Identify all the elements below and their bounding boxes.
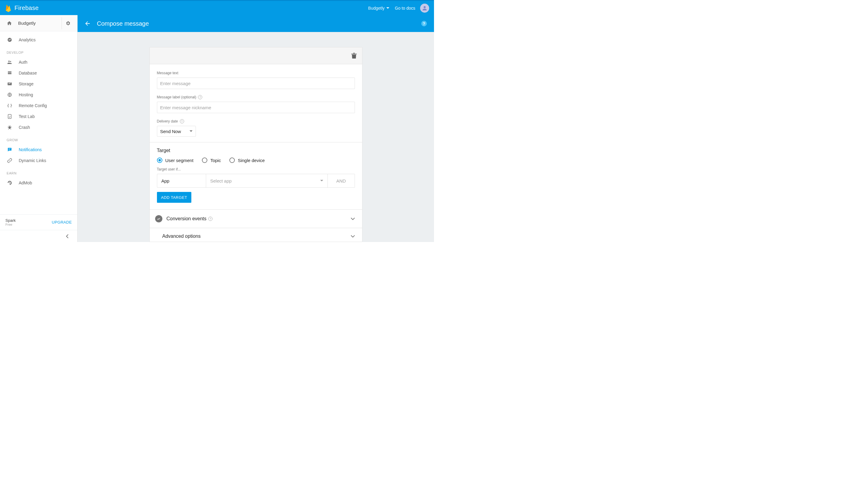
test-lab-icon — [7, 114, 13, 119]
svg-rect-6 — [8, 71, 11, 73]
project-switcher-label: Budgetly — [368, 6, 384, 10]
project-row: Budgetly — [0, 15, 77, 31]
home-icon — [7, 21, 12, 26]
compose-card: Message text Message label (optional) ? … — [149, 47, 363, 242]
radio-label: User segment — [165, 158, 193, 163]
user-avatar[interactable] — [420, 4, 429, 13]
sidebar-item-crash[interactable]: Crash — [0, 122, 77, 133]
caret-down-icon — [320, 180, 323, 182]
advanced-options-accordion[interactable]: Advanced options — [150, 228, 362, 242]
admob-icon — [7, 180, 13, 186]
chevron-left-icon — [66, 234, 69, 238]
target-condition-row: App Select app AND — [157, 174, 355, 188]
message-text-label: Message text — [157, 71, 355, 75]
brand-name: Firebase — [14, 4, 39, 11]
sidebar-item-admob[interactable]: AdMob — [0, 178, 77, 188]
sidebar-item-notifications[interactable]: Notifications — [0, 144, 77, 155]
sidebar-item-remote-config[interactable]: Remote Config — [0, 100, 77, 111]
radio-single-device[interactable]: Single device — [229, 158, 265, 163]
and-operator[interactable]: AND — [328, 174, 354, 187]
section-earn: EARN — [0, 166, 77, 178]
sidebar: Budgetly Analytics DEVELOP Auth Database — [0, 15, 78, 242]
sidebar-item-auth[interactable]: Auth — [0, 57, 77, 68]
sidebar-item-label: Hosting — [19, 92, 33, 97]
caret-down-icon — [386, 7, 389, 9]
globe-icon — [7, 92, 13, 97]
sidebar-item-label: Storage — [19, 82, 33, 86]
docs-link[interactable]: Go to docs — [395, 6, 415, 10]
link-icon — [7, 158, 13, 163]
sidebar-item-label: Analytics — [19, 37, 36, 42]
message-text-input[interactable] — [157, 77, 355, 89]
dropdown-placeholder: Select app — [210, 178, 232, 184]
accordion-label: Advanced options — [162, 233, 201, 239]
page-title: Compose message — [97, 20, 149, 27]
select-app-dropdown[interactable]: Select app — [206, 174, 328, 187]
project-name: Budgetly — [18, 21, 36, 26]
caret-down-icon — [189, 130, 192, 132]
svg-point-4 — [8, 61, 10, 62]
person-icon — [422, 5, 428, 11]
arrow-left-icon — [84, 20, 91, 27]
radio-user-segment[interactable]: User segment — [157, 158, 193, 163]
project-settings-button[interactable] — [62, 17, 74, 29]
target-field-label: App — [157, 174, 206, 187]
radio-icon — [229, 158, 235, 163]
info-icon[interactable]: ? — [198, 95, 202, 99]
svg-rect-7 — [8, 73, 11, 74]
message-label-label: Message label (optional) ? — [157, 95, 355, 99]
plan-name: Spark — [5, 218, 16, 223]
sidebar-item-label: Database — [19, 71, 37, 75]
chart-icon — [155, 215, 162, 222]
sidebar-item-database[interactable]: Database — [0, 68, 77, 78]
plan-row: Spark Free UPGRADE — [0, 214, 77, 230]
sidebar-item-dynamic-links[interactable]: Dynamic Links — [0, 155, 77, 166]
sidebar-item-label: Notifications — [19, 147, 42, 152]
info-icon[interactable]: ? — [180, 119, 184, 123]
delivery-date-dropdown[interactable]: Send Now — [157, 126, 196, 137]
collapse-sidebar-button[interactable] — [0, 230, 77, 242]
upgrade-button[interactable]: UPGRADE — [52, 220, 72, 225]
section-grow: GROW — [0, 133, 77, 144]
help-button[interactable]: ? — [421, 20, 427, 27]
message-label-input[interactable] — [157, 102, 355, 113]
sidebar-item-label: Crash — [19, 125, 30, 130]
delete-button[interactable] — [351, 53, 357, 59]
info-icon[interactable]: ? — [208, 217, 213, 221]
conversion-events-accordion[interactable]: Conversion events ? — [150, 209, 362, 228]
sidebar-item-storage[interactable]: Storage — [0, 78, 77, 89]
target-user-if-label: Target user if... — [157, 167, 355, 171]
sidebar-item-label: Auth — [19, 60, 28, 65]
svg-point-5 — [10, 61, 11, 62]
back-button[interactable] — [84, 20, 91, 27]
project-switcher[interactable]: Budgetly — [368, 6, 389, 10]
svg-text:?: ? — [423, 22, 425, 26]
radio-label: Topic — [210, 158, 221, 163]
svg-point-0 — [424, 6, 426, 8]
target-section-title: Target — [157, 148, 355, 153]
svg-rect-10 — [8, 115, 11, 119]
sub-header: Compose message ? — [78, 15, 434, 32]
firebase-logo-icon — [5, 4, 12, 13]
sidebar-item-label: AdMob — [19, 181, 32, 185]
radio-icon — [202, 158, 207, 163]
bug-icon — [7, 125, 13, 130]
chevron-down-icon — [351, 235, 355, 237]
gear-icon — [65, 21, 71, 26]
add-target-button[interactable]: ADD TARGET — [157, 192, 192, 203]
dropdown-value: Send Now — [160, 129, 181, 134]
trash-icon — [351, 53, 357, 59]
sidebar-item-hosting[interactable]: Hosting — [0, 89, 77, 100]
radio-label: Single device — [238, 158, 265, 163]
sidebar-item-analytics[interactable]: Analytics — [0, 34, 77, 45]
plan-sub: Free — [5, 223, 16, 226]
radio-topic[interactable]: Topic — [202, 158, 221, 163]
sidebar-item-label: Test Lab — [19, 114, 35, 119]
sidebar-nav: Analytics DEVELOP Auth Database Storage … — [0, 31, 77, 214]
svg-point-12 — [9, 182, 10, 183]
sidebar-item-test-lab[interactable]: Test Lab — [0, 111, 77, 122]
chevron-down-icon — [351, 218, 355, 220]
top-header: Firebase Budgetly Go to docs — [0, 0, 434, 15]
target-radio-group: User segment Topic Single device — [157, 158, 355, 163]
help-icon: ? — [421, 20, 427, 27]
